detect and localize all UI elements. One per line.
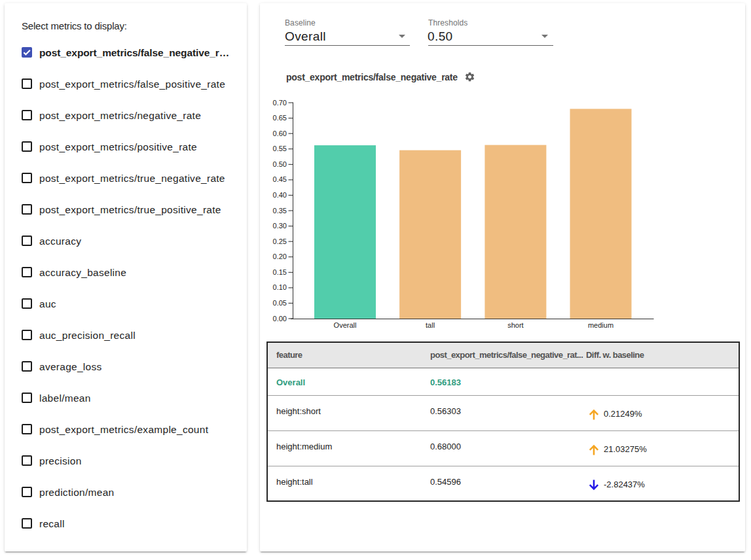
svg-text:0.55: 0.55 xyxy=(273,145,287,152)
svg-text:0.30: 0.30 xyxy=(273,222,287,230)
svg-text:0.10: 0.10 xyxy=(273,283,287,291)
svg-text:0.15: 0.15 xyxy=(273,268,287,276)
svg-text:0.05: 0.05 xyxy=(273,299,287,307)
svg-text:0.35: 0.35 xyxy=(273,207,287,215)
svg-text:tall: tall xyxy=(426,321,435,329)
svg-text:0.40: 0.40 xyxy=(273,191,287,199)
svg-text:short: short xyxy=(507,321,523,329)
svg-text:0.65: 0.65 xyxy=(273,114,287,122)
svg-text:0.50: 0.50 xyxy=(273,160,287,168)
svg-text:medium: medium xyxy=(588,321,614,329)
svg-text:0.45: 0.45 xyxy=(273,175,287,183)
svg-text:0.60: 0.60 xyxy=(273,130,287,137)
svg-text:0.70: 0.70 xyxy=(273,99,287,107)
svg-text:Overall: Overall xyxy=(334,321,357,329)
svg-text:0.20: 0.20 xyxy=(273,253,287,260)
svg-text:0.25: 0.25 xyxy=(273,237,287,245)
svg-text:0.00: 0.00 xyxy=(273,315,287,323)
